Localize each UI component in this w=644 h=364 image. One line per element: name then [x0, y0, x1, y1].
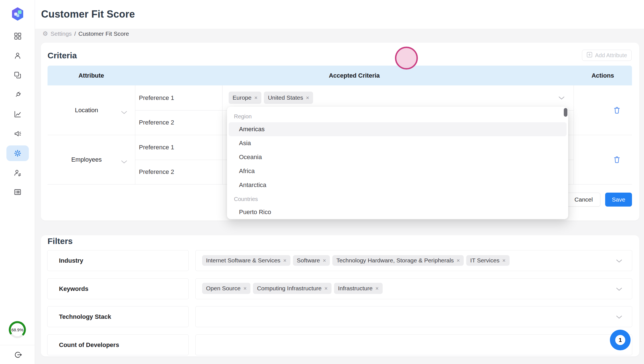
tag-label: Internet Software & Services [206, 257, 280, 264]
breadcrumb-settings[interactable]: Settings [51, 30, 72, 37]
sidebar-divider [0, 345, 35, 345]
sidebar-item-dashboard[interactable] [14, 32, 22, 40]
user-icon [14, 52, 22, 59]
chevron-down-icon[interactable] [616, 287, 622, 292]
title-bar: Customer Fit Score [0, 0, 644, 29]
sidebar-item-settings[interactable] [14, 149, 22, 157]
dropdown-option-antarctica[interactable]: Antarctica [227, 178, 568, 192]
industry-selected-values: Internet Software & Services× Software× … [202, 255, 510, 266]
dashboard-icon [14, 32, 22, 40]
filter-label-count-of-developers: Count of Developers [47, 334, 189, 355]
col-header-actions: Actions [574, 66, 632, 85]
sidebar-item-integrations[interactable] [14, 91, 22, 99]
close-icon[interactable]: × [254, 95, 258, 101]
delete-location-button[interactable] [588, 85, 644, 135]
add-attribute-button[interactable]: Add Attribute [582, 50, 632, 61]
cancel-button[interactable]: Cancel [567, 193, 600, 207]
dropdown-group-region: Region [227, 111, 568, 122]
filter-label-keywords: Keywords [47, 278, 189, 299]
chevron-down-icon[interactable] [616, 315, 622, 320]
location-preference-2-label: Preference 2 [139, 110, 217, 135]
plug-icon [14, 91, 22, 99]
tag-internet-software-services[interactable]: Internet Software & Services× [202, 255, 290, 266]
trash-icon [613, 106, 621, 114]
chart-line-icon [14, 110, 22, 118]
chevron-down-icon [121, 109, 127, 116]
breadcrumb-current: Customer Fit Score [78, 30, 129, 37]
sidebar-item-user-management[interactable] [14, 169, 22, 177]
attribute-cell-location[interactable]: Location [48, 85, 135, 135]
dropdown-option-asia[interactable]: Asia [227, 136, 568, 150]
close-icon[interactable]: × [306, 95, 309, 101]
close-icon[interactable]: × [323, 257, 326, 264]
widget-launcher-button[interactable]: 1 [610, 330, 631, 350]
location-options-dropdown: Region Americas Asia Oceania Africa Anta… [227, 107, 568, 219]
tag-computing-infrastructure[interactable]: Computing Infrastructure× [253, 283, 332, 294]
filter-label-industry: Industry [47, 250, 189, 271]
dropdown-option-americas[interactable]: Americas [229, 122, 567, 136]
tag-united-states[interactable]: United States × [264, 92, 313, 104]
close-icon[interactable]: × [283, 257, 287, 264]
add-attribute-label: Add Attribute [595, 52, 627, 59]
breadcrumb: ⚙ Settings / Customer Fit Score [42, 30, 129, 38]
sidebar-item-companies[interactable] [14, 71, 22, 79]
col-header-accepted-criteria: Accepted Criteria [135, 66, 574, 85]
tag-europe[interactable]: Europe × [229, 92, 261, 104]
tag-software[interactable]: Software× [293, 255, 330, 266]
gear-icon: ⚙ [42, 31, 48, 37]
delete-employees-button[interactable] [588, 135, 644, 184]
location-preference-1-label: Preference 1 [139, 85, 217, 110]
criteria-heading: Criteria [48, 51, 77, 60]
tag-open-source[interactable]: Open Source× [202, 283, 250, 294]
close-icon[interactable]: × [457, 257, 460, 264]
filters-heading: Filters [48, 236, 73, 246]
save-button[interactable]: Save [605, 193, 632, 207]
close-icon[interactable]: × [243, 285, 247, 292]
col-header-attribute: Attribute [48, 66, 135, 85]
close-icon[interactable]: × [375, 285, 379, 292]
tag-label: Infrastructure [338, 285, 373, 292]
select-chevron-down-icon[interactable] [558, 96, 565, 101]
attribute-cell-employees[interactable]: Employees [48, 135, 135, 184]
employees-preference-1-label: Preference 1 [139, 135, 217, 160]
tag-label: Open Source [206, 285, 241, 292]
logout-button[interactable] [14, 351, 22, 358]
chevron-down-icon[interactable] [616, 259, 622, 264]
tag-label: Computing Infrastructure [257, 285, 321, 292]
close-icon[interactable]: × [325, 285, 328, 292]
page-title: Customer Fit Score [41, 8, 135, 20]
sidebar-item-logs[interactable] [14, 188, 22, 196]
megaphone-icon [14, 130, 22, 138]
app-logo [11, 7, 24, 21]
tag-infrastructure[interactable]: Infrastructure× [334, 283, 382, 294]
click-indicator [395, 47, 418, 70]
tag-label: Technology Hardware, Storage & Periphera… [336, 257, 454, 264]
badge-count: 1 [615, 335, 625, 345]
sidebar-item-users[interactable] [14, 52, 22, 59]
logout-icon [14, 351, 22, 359]
filter-select-count-of-developers[interactable] [195, 334, 632, 355]
dropdown-group-countries: Countries [227, 192, 568, 206]
dropdown-option-africa[interactable]: Africa [227, 164, 568, 178]
scrollbar-thumb[interactable] [564, 108, 567, 117]
dropdown-option-oceania[interactable]: Oceania [227, 150, 568, 164]
employees-preference-2-label: Preference 2 [139, 160, 217, 184]
sidebar-item-announcements[interactable] [14, 130, 22, 138]
tag-it-services[interactable]: IT Services× [466, 255, 509, 266]
trash-icon [613, 156, 621, 164]
tag-label: Software [297, 257, 320, 264]
tag-technology-hardware[interactable]: Technology Hardware, Storage & Periphera… [332, 255, 464, 266]
sidebar-item-analytics[interactable] [14, 110, 22, 118]
sidebar: 68.9% [0, 0, 35, 364]
tag-label: United States [268, 94, 303, 101]
app-window: Customer Fit Score ⚙ Settings / Customer… [0, 0, 644, 364]
attribute-employees-label: Employees [71, 156, 102, 163]
gear-icon [14, 149, 22, 157]
tag-label: IT Services [470, 257, 499, 264]
filter-select-technology-stack[interactable] [195, 306, 632, 327]
location-pref1-selected-values: Europe × United States × [229, 92, 313, 104]
close-icon[interactable]: × [502, 257, 506, 264]
attribute-location-label: Location [75, 107, 98, 114]
dropdown-option-puerto-rico[interactable]: Puerto Rico [227, 206, 568, 219]
filter-label-technology-stack: Technology Stack [47, 306, 189, 327]
